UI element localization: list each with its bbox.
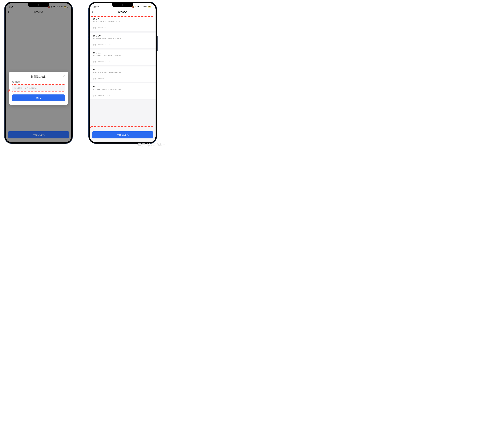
wallet-item[interactable]: BSC-130xcCfD01DAD85…eEcfcF3c923BC路径：m/44… bbox=[90, 83, 156, 100]
wallet-address: 0xB1C57e3CAd0…054eFd718CD1 bbox=[93, 72, 153, 74]
wallet-list[interactable]: BSC-40x1975E4181D3…F028d02407c8A路径：m/44'… bbox=[90, 16, 156, 128]
back-button[interactable] bbox=[8, 10, 10, 14]
wallet-item[interactable]: BSC-100x498f6fdF3a36…6b8eB69136a1f路径：m/4… bbox=[90, 33, 156, 50]
wifi-icon bbox=[137, 6, 139, 8]
annotation-arrow-icon bbox=[8, 89, 11, 92]
status-time: 21:54 bbox=[9, 5, 15, 8]
close-icon bbox=[63, 74, 66, 77]
wifi-icon bbox=[53, 6, 55, 8]
chevron-left-icon bbox=[8, 11, 10, 13]
wallet-path: 路径：m/44'/60'/0'/0/3 bbox=[90, 59, 156, 65]
wallet-path: 路径：m/44'/60'/0'/0/2 bbox=[90, 42, 156, 48]
confirm-button[interactable]: 确认 bbox=[12, 94, 65, 101]
chevron-left-icon bbox=[92, 11, 94, 13]
generate-wallet-button[interactable]: 生成新钱包 bbox=[92, 131, 153, 139]
wallet-item[interactable]: BSC-110x56cB30D32De…9eDC2cA4Bc95路径：m/44'… bbox=[90, 50, 156, 67]
wallet-name: BSC-11 bbox=[93, 52, 153, 54]
modal-field-label: 钱包数量 bbox=[12, 81, 65, 83]
wallet-count-input[interactable] bbox=[12, 85, 65, 91]
wallet-path: 路径：m/44'/60'/0'/0/5 bbox=[90, 93, 156, 99]
screen-left: 21:54 🔕 ✱ HD ⁴ᴳıll ⁴ᴳıll 71 钱包列表 bbox=[6, 3, 72, 143]
wallet-address: 0x1975E4181D3…F028d02407c8A bbox=[93, 21, 153, 23]
watermark: 知乎 @Web3er bbox=[137, 142, 165, 147]
generate-wallet-button[interactable]: 生成新钱包 bbox=[8, 131, 69, 139]
status-icons: 🔕 ✱ HD ⁴ᴳıll ⁴ᴳıll 71 bbox=[48, 6, 68, 8]
modal-title: 批量添加钱包 bbox=[12, 75, 65, 78]
status-time: 20:37 bbox=[93, 5, 99, 8]
wallet-path: 路径：m/44'/60'/0'/0/4 bbox=[90, 76, 156, 82]
phone-right: 20:37 🔕 ✱ HD ⁴ᴳıll ⁴ᴳıll 78 钱包列表 bbox=[88, 2, 157, 144]
screen-right: 20:37 🔕 ✱ HD ⁴ᴳıll ⁴ᴳıll 78 钱包列表 bbox=[90, 3, 156, 143]
signal-1-icon: ⁴ᴳıll bbox=[58, 6, 60, 8]
signal-2-icon: ⁴ᴳıll bbox=[61, 6, 63, 8]
status-icons: 🔕 ✱ HD ⁴ᴳıll ⁴ᴳıll 78 bbox=[132, 6, 152, 8]
hd-icon: HD bbox=[140, 6, 142, 8]
wallet-name: BSC-12 bbox=[93, 69, 153, 71]
nav-bar: 钱包列表 bbox=[6, 8, 72, 16]
notch bbox=[112, 3, 133, 7]
wallet-item[interactable]: BSC-40x1975E4181D3…F028d02407c8A路径：m/44'… bbox=[90, 16, 156, 33]
signal-1-icon: ⁴ᴳıll bbox=[143, 6, 145, 8]
wallet-item[interactable]: BSC-120xB1C57e3CAd0…054eFd718CD1路径：m/44'… bbox=[90, 67, 156, 83]
page-title: 钱包列表 bbox=[34, 10, 44, 14]
wallet-address: 0xcCfD01DAD85…eEcfcF3c923BC bbox=[93, 89, 153, 91]
wallet-address: 0x498f6fdF3a36…6b8eB69136a1f bbox=[93, 38, 153, 40]
modal-close-button[interactable] bbox=[63, 74, 66, 77]
battery-icon: 78 bbox=[148, 6, 152, 8]
wallet-name: BSC-10 bbox=[93, 35, 153, 37]
phone-left: 21:54 🔕 ✱ HD ⁴ᴳıll ⁴ᴳıll 71 钱包列表 bbox=[4, 2, 73, 144]
battery-icon: 71 bbox=[64, 6, 68, 8]
page-title: 钱包列表 bbox=[118, 10, 128, 14]
wallet-address: 0x56cB30D32De…9eDC2cA4Bc95 bbox=[93, 54, 153, 57]
wallet-path: 路径：m/44'/60'/0'/0/1 bbox=[90, 25, 156, 31]
hd-icon: HD bbox=[56, 6, 58, 8]
bluetooth-icon: ✱ bbox=[51, 6, 52, 8]
back-button[interactable] bbox=[92, 10, 94, 14]
annotation-arrow-icon bbox=[90, 125, 93, 129]
nav-bar: 钱包列表 bbox=[90, 8, 156, 16]
wallet-name: BSC-13 bbox=[93, 85, 153, 88]
wallet-name: BSC-4 bbox=[93, 18, 153, 20]
bluetooth-icon: ✱ bbox=[135, 6, 136, 8]
signal-2-icon: ⁴ᴳıll bbox=[145, 6, 147, 8]
notch bbox=[28, 3, 49, 7]
bulk-add-modal: 批量添加钱包 钱包数量 确认 bbox=[9, 72, 68, 105]
